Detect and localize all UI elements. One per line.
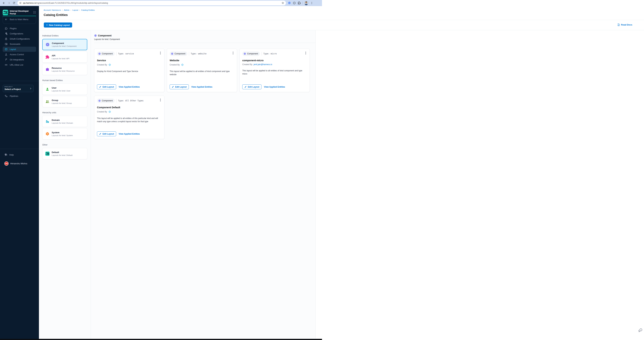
onepassword-extension-icon[interactable] xyxy=(288,1,291,5)
entity-kind-card-resource[interactable]: Resource Layouts for kind: Resource xyxy=(42,64,87,75)
building-icon xyxy=(45,119,50,124)
bookmark-star-icon[interactable] xyxy=(282,2,284,4)
kind-badge-label: Component xyxy=(247,52,258,55)
app-title: Internal Developer Portal xyxy=(10,10,30,15)
user-name: Himanshu Mishra xyxy=(10,162,27,165)
entity-kind-desc: Layouts for kind: User xyxy=(52,90,70,92)
help-button[interactable]: ? Help xyxy=(4,153,14,156)
card-menu-button[interactable] xyxy=(158,51,162,55)
breadcrumb-admin[interactable]: Admin xyxy=(64,9,70,11)
url-text[interactable]: qa.harness.io/ng/account/zEaak-FLS425IEO… xyxy=(23,2,282,4)
entity-kind-card-domain[interactable]: Domain Layouts for kind: Domain xyxy=(42,116,87,127)
kind-subheading: Layouts for kind: Component xyxy=(94,38,316,40)
layout-icon xyxy=(5,48,8,51)
gears-icon xyxy=(5,32,8,35)
layout-title: Website xyxy=(170,59,234,62)
view-applied-entities-link[interactable]: View Applied Entities xyxy=(119,133,140,135)
tune-icon[interactable] xyxy=(19,2,22,4)
browser-profile-avatar[interactable] xyxy=(304,1,308,5)
puzzle-icon xyxy=(5,27,8,30)
view-applied-entities-link[interactable]: View Applied Entities xyxy=(191,86,212,88)
entity-kind-name: User xyxy=(52,86,70,89)
svg-text:?: ? xyxy=(5,154,6,155)
layout-description: Display for Kind Component and Type Serv… xyxy=(97,70,160,73)
browser-forward-button[interactable] xyxy=(6,0,12,6)
sidebar-item-configurations[interactable]: Configurations xyxy=(3,31,36,36)
sidebar-item-url-allow-list[interactable]: URL Allow List xyxy=(3,62,36,68)
arrow-left-icon xyxy=(2,2,5,4)
browser-menu-button[interactable] xyxy=(310,0,314,6)
breadcrumb: Account: Harness.io › Admin › Layout › C… xyxy=(44,9,95,11)
sidebar-item-oauth-configurations[interactable]: OAuth Configurations xyxy=(3,36,36,42)
entity-kind-card-api[interactable]: API Layouts for kind: API xyxy=(42,51,87,62)
kind-badge-label: Component xyxy=(174,52,186,55)
entity-kind-card-user[interactable]: User Layouts for kind: User xyxy=(42,84,87,95)
card-menu-button[interactable] xyxy=(304,51,308,55)
breadcrumb-separator: › xyxy=(62,9,63,11)
link-icon xyxy=(5,64,8,66)
sidebar-item-label: Configurations xyxy=(10,32,23,35)
new-catalog-layout-button[interactable]: + New Catalog Layout xyxy=(44,22,72,28)
kebab-menu-icon xyxy=(310,2,313,4)
sidebar-item-label: Scorecards xyxy=(10,43,20,45)
chip-icon xyxy=(46,42,50,47)
section-label-individual-entities: Individual Entities xyxy=(42,34,87,37)
address-bar[interactable]: qa.harness.io/ng/account/zEaak-FLS425IEO… xyxy=(18,1,286,5)
created-by-label: Created By xyxy=(242,63,252,66)
sidebar-item-scorecards[interactable]: Scorecards xyxy=(3,42,36,47)
page-title: Catalog Entities xyxy=(44,13,68,17)
edit-layout-button[interactable]: Edit Layout xyxy=(97,84,116,89)
breadcrumb-catalog-entities[interactable]: Catalog Entities xyxy=(81,9,95,11)
entity-kind-card-default[interactable]: Default Layouts for kind: Default xyxy=(42,148,87,159)
sidebar-item-git-integrations[interactable]: Git Integrations xyxy=(3,57,36,62)
type-label: Type: service xyxy=(118,52,134,55)
breadcrumb-layout[interactable]: Layout xyxy=(72,9,78,11)
creator-avatar-icon xyxy=(108,63,111,66)
entity-kind-card-component[interactable]: Component Layouts for kind: Component xyxy=(42,39,87,50)
sidebar-item-label: URL Allow List xyxy=(10,64,23,66)
back-to-main-menu[interactable]: Back to Main Menu xyxy=(5,18,28,21)
chip-icon xyxy=(171,52,173,55)
extensions-puzzle-icon[interactable] xyxy=(298,1,301,5)
right-gutter xyxy=(316,30,322,170)
entity-kind-desc: Layouts for kind: Domain xyxy=(52,122,73,124)
entity-kind-desc: Layouts for kind: Group xyxy=(52,102,72,104)
user-menu[interactable]: HM Himanshu Mishra xyxy=(4,162,27,166)
creator-link[interactable]: jenil.jain@harness.io xyxy=(254,63,272,66)
card-menu-button[interactable] xyxy=(158,98,162,102)
browser-reload-button[interactable] xyxy=(12,0,16,6)
chip-icon xyxy=(94,34,97,37)
view-applied-entities-link[interactable]: View Applied Entities xyxy=(264,86,285,88)
user-icon xyxy=(45,87,50,91)
edit-layout-button[interactable]: Edit Layout xyxy=(97,132,116,136)
type-label: Type: All Other Types xyxy=(118,100,144,102)
pencil-icon xyxy=(172,86,174,88)
browser-back-button[interactable] xyxy=(1,0,6,6)
loading-extension-icon[interactable] xyxy=(293,1,296,5)
main-area: Account: Harness.io › Admin › Layout › C… xyxy=(39,6,322,170)
kind-badge: Component xyxy=(97,52,114,56)
app-grid-icon[interactable] xyxy=(33,11,36,14)
sidebar-item-layout[interactable]: Layout xyxy=(3,47,36,52)
breadcrumb-account[interactable]: Account: Harness.io xyxy=(44,9,61,11)
view-applied-entities-link[interactable]: View Applied Entities xyxy=(119,86,140,88)
sidebar-item-access-control[interactable]: Access Control xyxy=(3,52,36,57)
edit-layout-button[interactable]: Edit Layout xyxy=(242,84,262,89)
entity-kind-card-group[interactable]: Group Layouts for kind: Group xyxy=(42,96,87,107)
edit-layout-label: Edit Layout xyxy=(248,86,259,88)
layout-title: component-micro xyxy=(242,59,307,62)
entity-kind-desc: Layouts for kind: System xyxy=(52,134,73,136)
new-catalog-layout-label: New Catalog Layout xyxy=(49,24,70,26)
toolbar: + New Catalog Layout Read Docs xyxy=(39,20,322,30)
card-menu-button[interactable] xyxy=(231,51,235,55)
edit-layout-button[interactable]: Edit Layout xyxy=(170,84,189,89)
arrow-left-icon xyxy=(5,18,8,21)
sidebar-item-plugins[interactable]: Plugins xyxy=(3,26,36,31)
kind-heading: Component xyxy=(98,34,112,37)
sidebar: Internal Developer Portal Back to Main M… xyxy=(0,6,39,170)
entity-kind-card-system[interactable]: System Layouts for kind: System xyxy=(42,128,87,140)
chip-icon xyxy=(98,100,101,102)
project-selector[interactable]: PROJECT Select a Project xyxy=(3,85,34,92)
group-icon xyxy=(45,100,50,104)
sidebar-item-pipelines[interactable]: Pipelines xyxy=(3,94,36,99)
